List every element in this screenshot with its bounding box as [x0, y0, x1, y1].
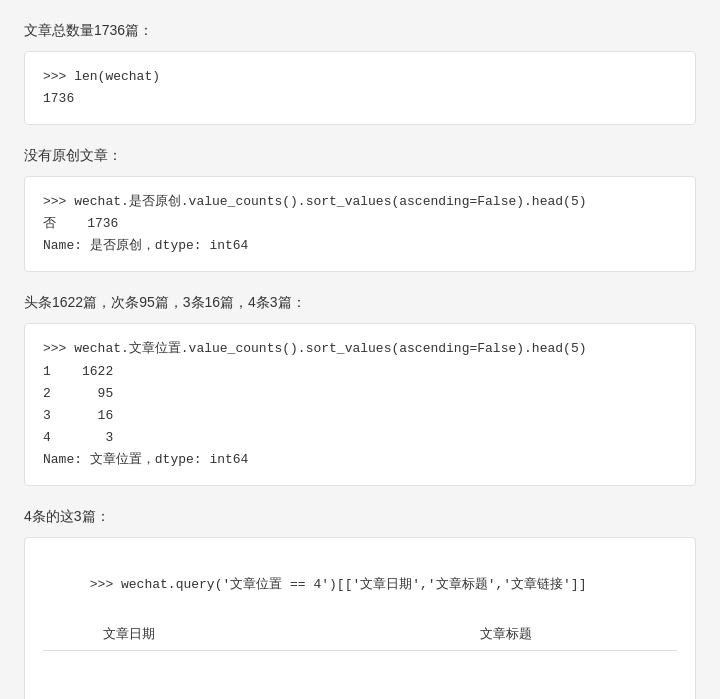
- section2-title: 没有原创文章：: [24, 145, 696, 166]
- section2-code-text: >>> wechat.是否原创.value_counts().sort_valu…: [43, 194, 586, 253]
- section-original: 没有原创文章： >>> wechat.是否原创.value_counts().s…: [24, 145, 696, 272]
- section3-code-text: >>> wechat.文章位置.value_counts().sort_valu…: [43, 341, 586, 466]
- section3-code: >>> wechat.文章位置.value_counts().sort_valu…: [24, 323, 696, 486]
- section3-title: 头条1622篇，次条95篇，3条16篇，4条3篇：: [24, 292, 696, 313]
- section-4th-articles: 4条的这3篇： >>> wechat.query('文章位置 == 4')[['…: [24, 506, 696, 699]
- section-article-count: 文章总数量1736篇： >>> len(wechat) 1736: [24, 20, 696, 125]
- section1-title: 文章总数量1736篇：: [24, 20, 696, 41]
- section1-code-text: >>> len(wechat) 1736: [43, 69, 160, 106]
- section-position: 头条1622篇，次条95篇，3条16篇，4条3篇： >>> wechat.文章位…: [24, 292, 696, 486]
- col-header-title: 文章标题: [214, 624, 677, 646]
- col-header-date: 文章日期: [43, 624, 214, 646]
- section4-title: 4条的这3篇：: [24, 506, 696, 527]
- table-header-row: 文章日期 文章标题: [43, 624, 677, 651]
- page: 文章总数量1736篇： >>> len(wechat) 1736 没有原创文章：…: [0, 0, 720, 699]
- section4-code-text: >>> wechat.query('文章位置 == 4')[['文章日期','文…: [90, 577, 587, 592]
- section1-code: >>> len(wechat) 1736: [24, 51, 696, 125]
- section2-code: >>> wechat.是否原创.value_counts().sort_valu…: [24, 176, 696, 272]
- section4-code: >>> wechat.query('文章位置 == 4')[['文章日期','文…: [24, 537, 696, 699]
